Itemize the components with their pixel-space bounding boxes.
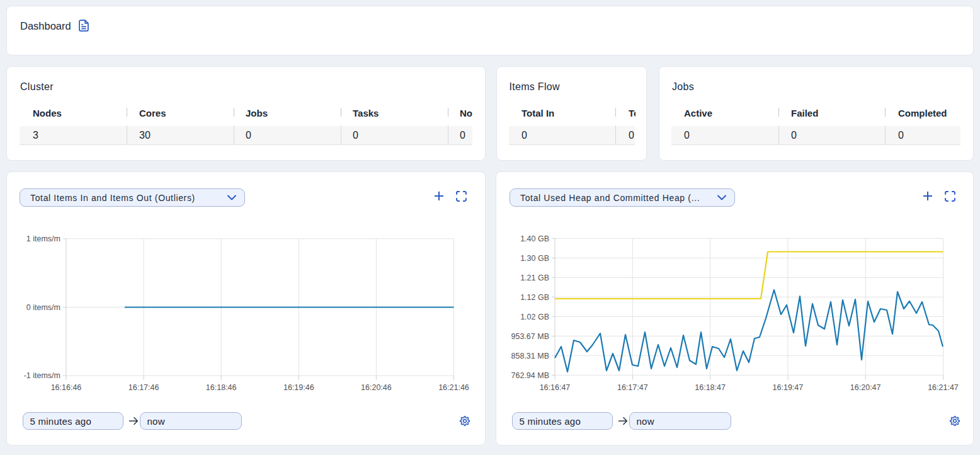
svg-text:-1 items/m: -1 items/m [24, 371, 60, 380]
svg-text:0 items/m: 0 items/m [26, 303, 60, 312]
svg-text:16:16:47: 16:16:47 [540, 383, 571, 392]
svg-text:16:20:47: 16:20:47 [850, 383, 881, 392]
svg-text:16:18:46: 16:18:46 [206, 383, 237, 392]
svg-text:1.30 GB: 1.30 GB [520, 254, 549, 263]
svg-text:16:18:47: 16:18:47 [695, 383, 726, 392]
svg-text:953.67 MB: 953.67 MB [511, 332, 549, 341]
svg-text:16:21:46: 16:21:46 [438, 383, 469, 392]
svg-text:762.94 MB: 762.94 MB [511, 371, 549, 380]
svg-text:16:19:47: 16:19:47 [773, 383, 804, 392]
svg-text:1.21 GB: 1.21 GB [520, 274, 549, 282]
svg-text:1.02 GB: 1.02 GB [520, 313, 549, 321]
svg-text:858.31 MB: 858.31 MB [511, 352, 549, 360]
svg-text:16:19:46: 16:19:46 [283, 383, 314, 392]
svg-text:16:20:46: 16:20:46 [361, 383, 392, 392]
svg-text:16:17:46: 16:17:46 [128, 383, 159, 392]
svg-text:16:17:47: 16:17:47 [617, 383, 648, 392]
svg-text:1.40 GB: 1.40 GB [520, 234, 549, 243]
svg-text:1.12 GB: 1.12 GB [520, 293, 549, 302]
svg-text:16:16:46: 16:16:46 [51, 383, 82, 392]
svg-text:1 items/m: 1 items/m [26, 234, 60, 243]
svg-text:16:21:47: 16:21:47 [928, 383, 959, 392]
